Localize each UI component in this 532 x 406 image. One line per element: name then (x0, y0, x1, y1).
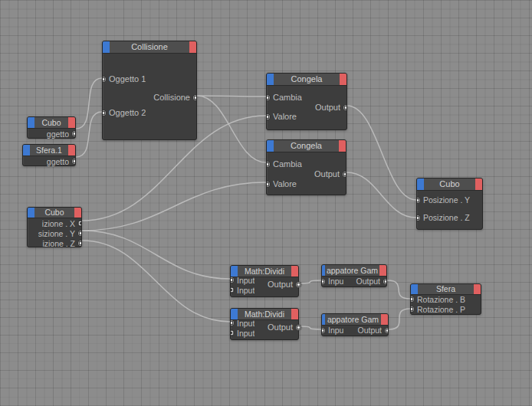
port-row-cambia: Cambia (267, 159, 346, 169)
port-row-input-output: Inpu Output (322, 325, 388, 336)
input-port[interactable] (417, 198, 420, 203)
node-header[interactable]: Congela (267, 140, 346, 152)
input-port[interactable] (267, 114, 270, 120)
node-corner-red-icon (340, 74, 346, 85)
port-row-output: Output (268, 322, 298, 332)
input-port[interactable] (231, 287, 234, 293)
port-row-posizione-z: Posizione . Z (417, 212, 482, 223)
node-sfera1-object[interactable]: Sfera.1 ggetto (22, 144, 76, 166)
wire-div1.output-to-mapper1.input (299, 280, 321, 283)
input-port[interactable] (231, 330, 234, 336)
output-port-label: Output (268, 280, 293, 289)
node-editor-canvas[interactable]: { "editor": { "type": "xpresso-node-grap… (0, 0, 532, 406)
node-header[interactable]: Cubo (417, 178, 482, 191)
node-cubo-position-source[interactable]: Cubo izione . X sizione . Y izione . Z (27, 207, 82, 247)
input-port[interactable] (411, 306, 414, 312)
port-row-collisione-out: Collisione (103, 92, 196, 103)
node-title: Cubo (34, 208, 74, 218)
output-port[interactable] (193, 95, 196, 100)
wire-collisione.out-to-congela1.cambia (197, 96, 266, 97)
output-port[interactable] (72, 159, 75, 164)
output-port[interactable] (78, 231, 81, 236)
node-corner-red-icon (68, 117, 75, 128)
wire-mapper1.output-to-sfera.rotazione_b (387, 280, 410, 299)
output-port[interactable] (383, 279, 386, 284)
output-port[interactable] (72, 131, 75, 136)
input-port[interactable] (267, 95, 270, 100)
port-row-cambia: Cambia (267, 92, 346, 103)
node-header[interactable]: Cubo (28, 117, 75, 129)
input-port[interactable] (322, 279, 325, 284)
node-corner-blue-icon (103, 41, 110, 53)
node-congela-1[interactable]: Congela Cambia Output Valore (266, 73, 347, 130)
node-title: Congela (274, 140, 339, 152)
node-math-dividi-1[interactable]: Math:Dividi Input Input Output (230, 265, 299, 297)
output-port[interactable] (385, 328, 388, 333)
input-port[interactable] (231, 320, 234, 326)
node-corner-blue-icon (417, 178, 424, 190)
port-row-valore: Valore (267, 178, 346, 189)
node-header[interactable]: Congela (267, 74, 346, 86)
node-mappatore-gamma-1[interactable]: appatore Gam Inpu Output (321, 264, 387, 287)
input-port-label: Inpu (328, 326, 343, 335)
input-port-label: Valore (273, 112, 297, 121)
node-title: Collisione (110, 41, 189, 53)
node-header[interactable]: Cubo (28, 208, 81, 218)
output-port-label: izione . Z (42, 239, 75, 248)
wire-cubo_left.y-to-congela2.valore (82, 182, 266, 231)
output-port[interactable] (343, 172, 346, 177)
node-corner-red-icon (474, 284, 481, 294)
output-port[interactable] (296, 282, 301, 287)
input-port[interactable] (267, 182, 270, 187)
node-congela-2[interactable]: Congela Cambia Output Valore (266, 139, 346, 195)
node-corner-blue-icon (23, 145, 30, 156)
input-port-label: Posizione . Z (423, 213, 470, 222)
node-corner-red-icon (74, 208, 81, 218)
port-row-oggetto: ggetto (28, 129, 75, 139)
port-row-oggetto2: Oggetto 2 (103, 107, 196, 118)
input-port[interactable] (267, 162, 270, 167)
node-title: appatore Gam (325, 265, 379, 276)
output-port[interactable] (78, 241, 81, 246)
wire-cubo_left.y-to-div1.input1 (82, 231, 230, 279)
output-port[interactable] (343, 105, 346, 110)
output-port[interactable] (78, 221, 81, 226)
wire-cubo_top.ggetto-to-collisione.oggetto1 (76, 78, 102, 129)
output-port-label: ggetto (47, 129, 69, 139)
output-port[interactable] (296, 325, 301, 330)
node-math-dividi-2[interactable]: Math:Dividi Input Input Output (230, 308, 299, 340)
wire-mapper2.output-to-sfera.rotazione_p (389, 309, 410, 329)
node-header[interactable]: Sfera.1 (23, 145, 75, 156)
node-cubo-object[interactable]: Cubo ggetto (27, 116, 76, 139)
node-corner-blue-icon (28, 117, 34, 128)
node-collisione[interactable]: Collisione Oggetto 1 Collisione Oggetto … (102, 41, 197, 140)
node-header[interactable]: Sfera (411, 284, 481, 295)
node-header[interactable]: Collisione (103, 41, 196, 54)
wire-congela2.output-to-cubo_right.posizione_z (346, 172, 416, 218)
input-port[interactable] (103, 110, 106, 116)
wire-congela1.output-to-cubo_right.posizione_y (347, 106, 416, 200)
input-port[interactable] (417, 215, 420, 221)
node-header[interactable]: appatore Gam (322, 265, 386, 277)
input-port[interactable] (103, 77, 106, 82)
node-sfera-rotation-target[interactable]: Sfera Rotazione . B Rotazione . P (410, 283, 481, 315)
port-row-posizione-z: izione . Z (28, 238, 81, 248)
node-cubo-position-target[interactable]: Cubo Posizione . Y Posizione . Z (416, 178, 483, 230)
wire-collisione.out-to-congela2.cambia (197, 96, 266, 162)
port-row-oggetto: ggetto (23, 156, 75, 166)
input-port-label: Cambia (273, 93, 302, 102)
node-corner-red-icon (339, 140, 346, 152)
input-port-label: Input (237, 286, 255, 295)
node-title: Cubo (34, 117, 68, 128)
input-port-label: Oggetto 2 (109, 108, 146, 117)
output-port-label: Output (314, 169, 340, 178)
output-port-label: ggetto (47, 157, 69, 166)
input-port[interactable] (411, 296, 414, 302)
input-port[interactable] (231, 277, 234, 283)
node-header[interactable]: appatore Gam (322, 314, 388, 326)
input-port-label: Input (237, 276, 255, 285)
node-mappatore-gamma-2[interactable]: appatore Gam Inpu Output (321, 313, 389, 336)
input-port[interactable] (322, 328, 325, 333)
port-row-input-output: Inpu Output (322, 276, 386, 286)
output-port-label: izione . X (42, 219, 75, 228)
